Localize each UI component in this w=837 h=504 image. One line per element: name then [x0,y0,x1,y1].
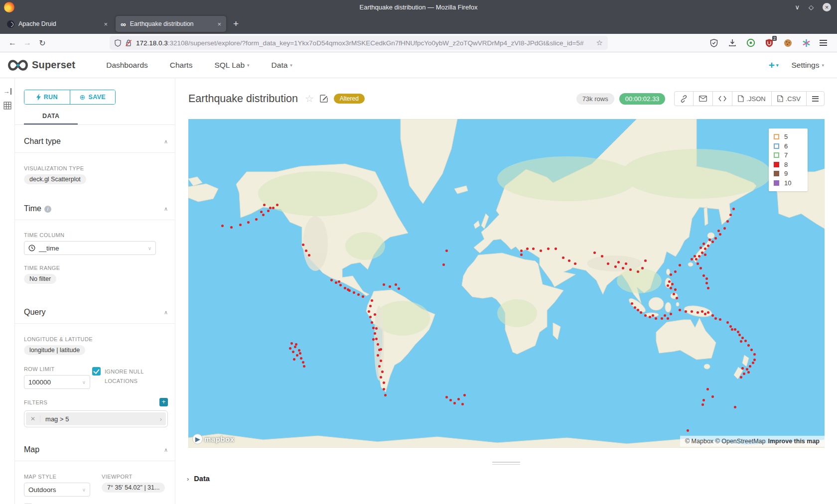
earthquake-point [330,279,333,281]
earthquake-point [734,328,736,331]
url-text[interactable]: 172.18.0.3:32108/superset/explore/?form_… [136,39,592,47]
row-limit-select[interactable]: 100000 ∨ [24,375,90,389]
nav-item-sql-lab[interactable]: SQL Lab▾ [214,61,249,70]
window-maximize-icon[interactable]: ◇ [809,3,814,11]
export-json-button[interactable]: .JSON [732,92,771,106]
data-panel-toggle[interactable]: › Data [187,475,837,483]
forward-button[interactable]: → [20,38,35,47]
earthquake-point [705,277,708,280]
chevron-up-icon[interactable]: ∧ [164,447,168,453]
superset-brand[interactable]: Superset [8,59,75,72]
remove-filter-icon[interactable]: ✕ [26,415,40,422]
legend-entry[interactable]: 6 [774,142,803,150]
run-button[interactable]: RUN [24,90,70,104]
nav-item-charts[interactable]: Charts [170,61,193,70]
legend-entry[interactable]: 10 [774,179,803,187]
chevron-right-icon[interactable]: › [160,415,166,423]
earthquake-point [344,287,346,289]
tracking-shield-icon[interactable] [115,39,121,47]
filter-chip[interactable]: ✕ mag > 5 › [26,412,166,425]
time-range-label: TIME RANGE [24,265,168,271]
deckgl-scatterplot-map[interactable]: 5678910 © Mapbox © OpenStreetMap Improve… [188,119,825,448]
edit-properties-icon[interactable] [320,95,328,103]
earthquake-point [389,285,391,288]
extension-green-icon[interactable] [746,38,756,48]
data-panel-label: Data [194,475,209,483]
datasource-grid-icon[interactable] [3,102,11,110]
attribution-text[interactable]: © Mapbox © OpenStreetMap [685,438,766,445]
left-icon-strip: → [0,78,15,504]
chevron-up-icon[interactable]: ∧ [164,138,168,145]
cookie-extension-icon[interactable] [783,38,793,48]
time-column-value: __time [39,245,59,252]
viewport-value[interactable]: 7° 35' 54.02" | 31... [102,483,165,493]
earthquake-point [617,261,620,263]
earthquake-point [740,376,742,378]
export-csv-button[interactable]: x .CSV [772,92,807,106]
back-button[interactable]: ← [5,38,20,47]
window-minimize-icon[interactable]: ∨ [795,3,800,11]
altered-badge[interactable]: Altered [334,94,365,104]
time-range-value[interactable]: No filter [24,274,56,284]
earthquake-point [308,254,310,256]
map-style-select[interactable]: Outdoors ∨ [24,483,90,497]
save-button[interactable]: ⊕ SAVE [70,90,116,104]
expand-datasource-panel-icon[interactable]: → [3,88,11,95]
earthquake-point [374,332,376,335]
favorite-star-icon[interactable]: ☆ [305,93,314,105]
earthquake-point [369,305,372,307]
section-chart-type[interactable]: Chart type ∧ [24,137,168,146]
legend-entry[interactable]: 7 [774,151,803,159]
viz-type-value[interactable]: deck.gl Scatterplot [24,174,86,184]
asterisk-extension-icon[interactable] [801,38,811,48]
new-item-button[interactable]: +▾ [769,59,779,71]
tab-apache-druid[interactable]: Apache Druid × [2,16,113,32]
lonlat-value[interactable]: longitude | latitude [24,345,85,355]
chevron-up-icon[interactable]: ∧ [164,206,168,212]
earthquake-point [634,306,636,309]
section-query[interactable]: Query ∧ [24,308,168,317]
window-close-icon[interactable]: × [823,3,831,11]
earthquake-point [221,225,224,227]
section-title: Timei [24,204,51,213]
tab-close-icon[interactable]: × [104,20,108,28]
tab-data[interactable]: DATA [24,113,78,125]
reload-button[interactable]: ↻ [35,38,50,48]
mapbox-logo[interactable]: ▶ mapbox [192,434,235,444]
panel-resize-handle[interactable] [492,462,520,465]
address-bar[interactable]: 172.18.0.3:32108/superset/explore/?form_… [110,36,608,50]
section-map[interactable]: Map ∧ [24,445,168,454]
ignore-null-checkbox[interactable] [92,367,101,376]
email-button[interactable] [694,92,713,106]
tab-earthquake-distribution[interactable]: ∞ Earthquake distribution × [116,16,226,32]
legend-entry[interactable]: 8 [774,161,803,168]
ublock-origin-icon[interactable]: 2 [764,38,774,48]
copy-link-button[interactable] [675,92,694,106]
time-column-select[interactable]: __time ∨ [24,241,156,255]
legend-entry[interactable]: 9 [774,170,803,177]
earthquake-point [707,311,709,314]
nav-item-dashboards[interactable]: Dashboards [106,61,148,70]
legend-entry[interactable]: 5 [774,133,803,140]
filter-expression[interactable]: mag > 5 [40,415,160,423]
tab-close-icon[interactable]: × [217,20,221,28]
section-time[interactable]: Timei ∧ [24,204,168,213]
add-filter-button[interactable]: + [159,398,168,406]
new-tab-button[interactable]: + [233,18,239,29]
nav-item-settings[interactable]: Settings▾ [791,61,824,70]
insecure-lock-icon[interactable] [125,39,132,47]
improve-map-link[interactable]: Improve this map [768,438,820,445]
earthquake-point [298,349,300,352]
earthquake-point [685,310,687,313]
chevron-up-icon[interactable]: ∧ [164,309,168,316]
earthquake-point [701,403,704,406]
embed-code-button[interactable] [713,92,732,106]
nav-item-data[interactable]: Data▾ [272,61,292,70]
earthquake-point [701,310,703,313]
bookmark-star-icon[interactable]: ☆ [596,38,603,47]
download-icon[interactable] [727,38,737,48]
firefox-menu-icon[interactable] [820,40,827,46]
earthquake-point [381,371,384,373]
chart-options-menu-button[interactable] [807,92,824,106]
protections-shield-icon[interactable] [709,38,719,48]
